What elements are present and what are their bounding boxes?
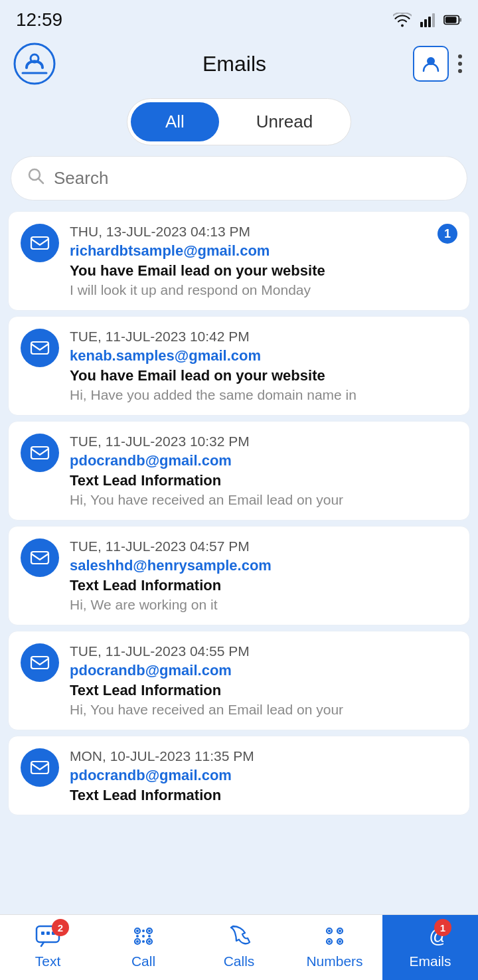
svg-rect-5 xyxy=(445,17,457,23)
email-content: THU, 13-JUL-2023 04:13 PM richardbtsampl… xyxy=(70,224,457,298)
email-preview: Hi, We are working on it xyxy=(70,597,457,613)
tab-filter-inner: All Unread xyxy=(127,98,351,145)
svg-rect-33 xyxy=(136,935,139,938)
email-subject: Text Lead Information xyxy=(70,787,457,804)
text-icon: 2 xyxy=(35,924,61,951)
nav-label-calls: Calls xyxy=(224,953,255,969)
svg-rect-32 xyxy=(142,940,145,943)
email-subject: You have Email lead on your website xyxy=(70,367,457,384)
email-date: TUE, 11-JUL-2023 10:32 PM xyxy=(70,434,457,449)
svg-rect-0 xyxy=(420,22,423,27)
email-content: TUE, 11-JUL-2023 04:55 PM pdocrandb@gmai… xyxy=(70,643,457,718)
email-preview: I will look it up and respond on Monday xyxy=(70,282,457,298)
email-avatar xyxy=(21,224,59,262)
email-item[interactable]: MON, 10-JUL-2023 11:35 PM pdocrandb@gmai… xyxy=(8,736,470,815)
header: Emails xyxy=(0,36,478,92)
battery-icon xyxy=(443,13,462,27)
email-item[interactable]: TUE, 11-JUL-2023 10:32 PM pdocrandb@gmai… xyxy=(8,421,470,521)
text-badge: 2 xyxy=(52,919,69,936)
tab-all[interactable]: All xyxy=(131,102,219,141)
email-content: TUE, 11-JUL-2023 10:42 PM kenab.samples@… xyxy=(70,329,457,403)
email-content: TUE, 11-JUL-2023 04:57 PM saleshhd@henry… xyxy=(70,538,457,613)
emails-badge: 1 xyxy=(434,919,451,936)
status-bar: 12:59 xyxy=(0,0,478,36)
email-from: pdocrandb@gmail.com xyxy=(70,662,457,679)
email-from: kenab.samples@gmail.com xyxy=(70,347,457,365)
svg-rect-14 xyxy=(31,342,48,354)
bottom-nav: 2 Text Call xyxy=(0,914,478,980)
app-logo xyxy=(13,42,56,85)
svg-rect-30 xyxy=(148,940,151,943)
email-subject: Text Lead Information xyxy=(70,577,457,594)
search-icon xyxy=(27,167,44,189)
unread-badge: 1 xyxy=(438,224,457,244)
email-avatar xyxy=(21,538,59,577)
svg-rect-42 xyxy=(328,940,331,943)
svg-rect-20 xyxy=(41,932,44,935)
numbers-icon xyxy=(321,924,348,951)
status-time: 12:59 xyxy=(16,9,62,31)
svg-rect-40 xyxy=(328,930,331,932)
svg-rect-29 xyxy=(136,940,139,943)
nav-item-text[interactable]: 2 Text xyxy=(0,915,96,980)
header-actions xyxy=(413,46,465,82)
svg-rect-43 xyxy=(339,940,341,943)
signal-icon xyxy=(418,13,437,27)
nav-label-call: Call xyxy=(131,953,155,969)
email-preview: Hi, You have received an Email lead on y… xyxy=(70,492,457,508)
svg-rect-17 xyxy=(31,657,48,669)
email-content: TUE, 11-JUL-2023 10:32 PM pdocrandb@gmai… xyxy=(70,434,457,508)
svg-point-7 xyxy=(15,44,54,84)
nav-label-numbers: Numbers xyxy=(306,953,362,969)
more-dot xyxy=(458,54,462,58)
nav-label-emails: Emails xyxy=(409,953,451,969)
svg-rect-16 xyxy=(31,552,48,564)
nav-item-calls[interactable]: Calls xyxy=(191,915,287,980)
email-content: MON, 10-JUL-2023 11:35 PM pdocrandb@gmai… xyxy=(70,748,457,807)
svg-rect-1 xyxy=(424,19,427,27)
email-list: THU, 13-JUL-2023 04:13 PM richardbtsampl… xyxy=(0,211,478,819)
search-input[interactable] xyxy=(54,168,451,189)
email-subject: You have Email lead on your website xyxy=(70,262,457,280)
svg-rect-15 xyxy=(31,447,48,459)
calls-icon xyxy=(226,924,252,951)
profile-button[interactable] xyxy=(413,46,449,82)
svg-rect-3 xyxy=(432,13,435,27)
email-from: richardbtsample@gmail.com xyxy=(70,242,457,260)
svg-rect-2 xyxy=(428,17,431,27)
nav-item-numbers[interactable]: Numbers xyxy=(287,915,382,980)
email-date: TUE, 11-JUL-2023 10:42 PM xyxy=(70,329,457,345)
tab-unread[interactable]: Unread xyxy=(222,102,347,141)
page-title: Emails xyxy=(56,52,413,76)
email-preview: Hi, Have you added the same domain name … xyxy=(70,387,457,403)
wifi-icon xyxy=(393,13,412,27)
nav-item-call[interactable]: Call xyxy=(96,915,191,980)
email-date: TUE, 11-JUL-2023 04:55 PM xyxy=(70,643,457,659)
email-subject: Text Lead Information xyxy=(70,472,457,489)
status-icons xyxy=(393,13,462,27)
svg-rect-41 xyxy=(339,930,341,932)
profile-icon xyxy=(421,54,441,74)
svg-rect-28 xyxy=(148,930,151,932)
svg-rect-21 xyxy=(46,932,50,935)
more-options-button[interactable] xyxy=(455,52,465,76)
svg-rect-18 xyxy=(31,762,48,774)
svg-rect-35 xyxy=(148,935,151,938)
email-avatar xyxy=(21,643,59,682)
more-dot xyxy=(458,62,462,66)
call-icon xyxy=(131,924,156,951)
email-subject: Text Lead Information xyxy=(70,682,457,699)
email-item[interactable]: TUE, 11-JUL-2023 04:57 PM saleshhd@henry… xyxy=(8,526,470,625)
nav-item-emails[interactable]: @ 1 Emails xyxy=(382,915,478,980)
search-bar xyxy=(11,156,467,201)
email-date: TUE, 11-JUL-2023 04:57 PM xyxy=(70,538,457,554)
svg-line-12 xyxy=(39,179,43,183)
svg-rect-13 xyxy=(31,237,48,249)
email-item[interactable]: TUE, 11-JUL-2023 10:42 PM kenab.samples@… xyxy=(8,316,470,416)
email-item[interactable]: THU, 13-JUL-2023 04:13 PM richardbtsampl… xyxy=(8,211,470,311)
email-from: pdocrandb@gmail.com xyxy=(70,767,457,784)
email-item[interactable]: TUE, 11-JUL-2023 04:55 PM pdocrandb@gmai… xyxy=(8,631,470,730)
nav-label-text: Text xyxy=(35,953,61,969)
email-avatar xyxy=(21,748,59,787)
filter-tabs: All Unread xyxy=(0,98,478,145)
